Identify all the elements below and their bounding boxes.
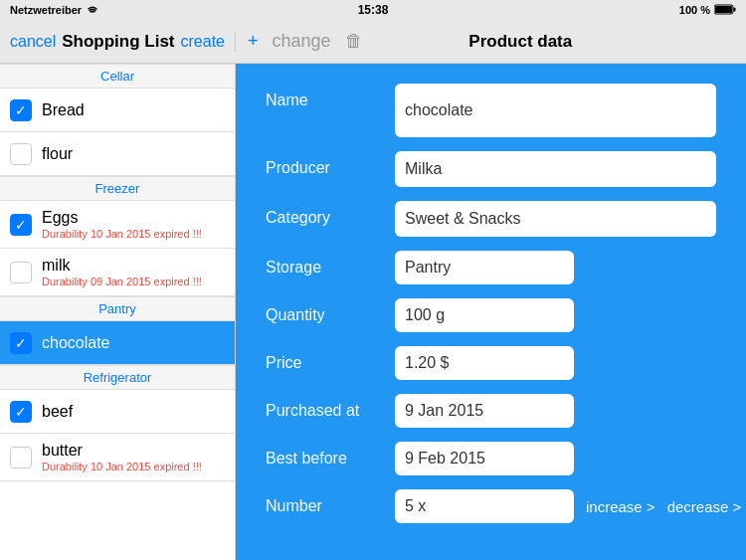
delete-icon[interactable]: 🗑: [345, 31, 363, 52]
section-header-cellar: Cellar: [0, 64, 235, 89]
list-item[interactable]: beef: [0, 390, 235, 434]
checkbox-chocolate[interactable]: [10, 332, 32, 354]
checkbox-milk[interactable]: [10, 262, 32, 283]
form-row-producer: Producer: [266, 151, 716, 187]
svg-rect-2: [715, 6, 732, 13]
list-item[interactable]: Eggs Durability 10 Jan 2015 expired !!!: [0, 201, 235, 249]
add-icon[interactable]: +: [248, 31, 259, 52]
input-price[interactable]: [395, 346, 574, 380]
nav-actions: + change 🗑: [236, 31, 375, 52]
cancel-button[interactable]: cancel: [10, 33, 56, 51]
number-controls: increase > decrease >: [395, 489, 741, 523]
status-left: Netzwetreiber: [10, 4, 99, 17]
input-purchased-at[interactable]: [395, 394, 574, 428]
item-text-flour: flour: [42, 145, 73, 163]
input-producer[interactable]: [395, 151, 716, 187]
decrease-button[interactable]: decrease >: [667, 498, 742, 515]
input-quantity[interactable]: [395, 298, 574, 332]
list-item[interactable]: milk Durability 09 Jan 2015 expired !!!: [0, 249, 235, 296]
input-name[interactable]: [395, 84, 716, 137]
section-header-refrigerator: Refrigerator: [0, 365, 235, 390]
form-row-storage: Storage: [266, 251, 716, 284]
battery-pct: 100 %: [679, 4, 710, 16]
input-number[interactable]: [395, 489, 574, 523]
product-data-title: Product data: [375, 32, 746, 52]
checkbox-flour[interactable]: [10, 143, 32, 165]
input-best-before[interactable]: [395, 442, 574, 475]
battery-icon: [714, 4, 736, 17]
item-text-milk: milk Durability 09 Jan 2015 expired !!!: [42, 257, 202, 287]
create-button[interactable]: create: [181, 33, 225, 51]
sidebar: Cellar Bread flour Freezer Eggs Durabil: [0, 64, 236, 560]
label-name: Name: [266, 84, 395, 109]
form-row-purchased-at: Purchased at: [266, 394, 716, 428]
form-row-price: Price: [266, 346, 716, 380]
list-item[interactable]: Bread: [0, 89, 235, 132]
status-right: 100 %: [679, 4, 736, 17]
carrier-text: Netzwetreiber: [10, 4, 82, 16]
form-row-quantity: Quantity: [266, 298, 716, 332]
item-text-eggs: Eggs Durability 10 Jan 2015 expired !!!: [42, 209, 202, 240]
wifi-icon: [86, 4, 99, 17]
form-row-category: Category: [266, 201, 716, 237]
checkbox-butter[interactable]: [10, 447, 32, 468]
input-storage[interactable]: [395, 251, 574, 284]
input-category[interactable]: [395, 201, 716, 237]
label-category: Category: [266, 201, 395, 227]
item-text-beef: beef: [42, 403, 73, 421]
form-row-best-before: Best before: [266, 442, 716, 475]
change-button[interactable]: change: [273, 31, 331, 52]
label-price: Price: [266, 346, 395, 372]
item-text-bread: Bread: [42, 101, 85, 119]
item-text-butter: butter Durability 10 Jan 2015 expired !!…: [42, 442, 202, 472]
increase-button[interactable]: increase >: [586, 498, 655, 515]
label-storage: Storage: [266, 251, 395, 277]
checkbox-beef[interactable]: [10, 401, 32, 423]
nav-bar: cancel Shopping List create + change 🗑 P…: [0, 20, 746, 64]
list-item[interactable]: flour: [0, 132, 235, 176]
app-container: cancel Shopping List create + change 🗑 P…: [0, 20, 746, 560]
form-row-number: Number increase > decrease >: [266, 489, 716, 523]
label-best-before: Best before: [266, 442, 395, 467]
form-row-name: Name: [266, 84, 716, 137]
detail-panel: Name Producer Category Storage Quantity: [236, 64, 746, 560]
item-text-chocolate: chocolate: [42, 334, 110, 352]
content-area: Cellar Bread flour Freezer Eggs Durabil: [0, 64, 746, 560]
label-producer: Producer: [266, 151, 395, 177]
checkbox-bread[interactable]: [10, 99, 32, 121]
shopping-list-title: Shopping List: [62, 32, 174, 52]
status-bar: Netzwetreiber 15:38 100 %: [0, 0, 746, 20]
checkbox-eggs[interactable]: [10, 214, 32, 236]
list-item[interactable]: butter Durability 10 Jan 2015 expired !!…: [0, 434, 235, 481]
status-time: 15:38: [358, 3, 389, 17]
section-header-freezer: Freezer: [0, 176, 235, 201]
label-number: Number: [266, 489, 395, 515]
nav-right: + change 🗑 Product data: [236, 31, 746, 52]
svg-rect-1: [734, 7, 736, 11]
label-purchased-at: Purchased at: [266, 394, 395, 420]
label-quantity: Quantity: [266, 298, 395, 324]
nav-left: cancel Shopping List create: [0, 32, 236, 52]
list-item-chocolate[interactable]: chocolate: [0, 321, 235, 365]
section-header-pantry: Pantry: [0, 296, 235, 321]
